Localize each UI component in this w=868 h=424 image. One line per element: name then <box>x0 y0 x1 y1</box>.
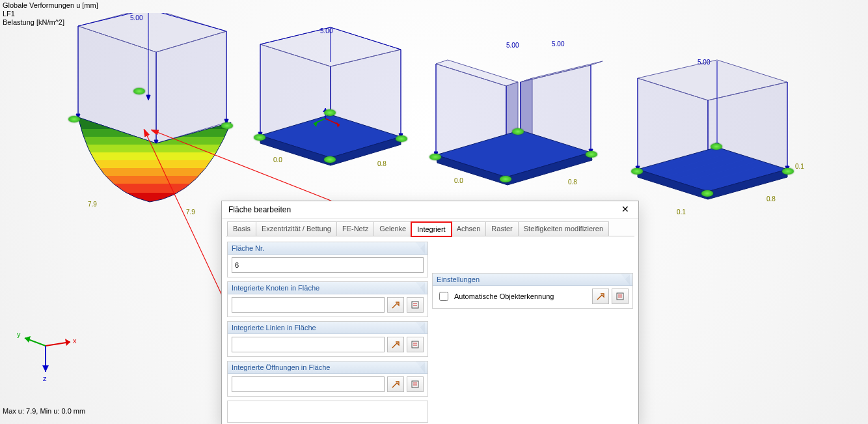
auto-detect-label: Automatische Objekterkennung <box>454 292 554 300</box>
tab-integriert[interactable]: Integriert <box>411 222 451 236</box>
svg-rect-98 <box>412 381 418 388</box>
deflection-label: 0.8 <box>377 160 387 167</box>
int-linien-input[interactable] <box>232 337 385 352</box>
dialog-titlebar[interactable]: Fläche bearbeiten ✕ <box>222 201 638 219</box>
support-icon <box>512 128 524 135</box>
deflection-label: 0.1 <box>677 208 686 216</box>
support-icon <box>254 134 265 141</box>
deflection-label: 0.0 <box>273 156 282 163</box>
svg-rect-19 <box>72 168 241 177</box>
int-oeffnungen-input[interactable] <box>232 376 385 392</box>
group-integrierte-knoten: Integrierte Knoten in Fläche <box>227 281 428 317</box>
support-icon <box>133 88 145 94</box>
edit-surface-dialog[interactable]: Fläche bearbeiten ✕ Basis Exzentrizität … <box>221 201 639 424</box>
close-button[interactable]: ✕ <box>616 203 634 216</box>
group-title: Fläche Nr. <box>232 244 264 252</box>
svg-rect-14 <box>72 129 241 138</box>
flaeche-nr-input[interactable] <box>232 257 424 273</box>
info-line-1: Globale Verformungen u [mm] <box>3 1 98 10</box>
tab-achsen[interactable]: Achsen <box>451 221 487 236</box>
pick-icon[interactable] <box>387 376 404 392</box>
support-icon <box>429 154 441 160</box>
svg-text:z: z <box>43 375 47 382</box>
svg-rect-16 <box>72 145 241 154</box>
select-list-icon[interactable] <box>407 376 424 392</box>
svg-rect-15 <box>72 137 241 146</box>
support-icon <box>711 143 722 150</box>
group-integrierte-oeffnungen: Integrierte Öffnungen in Fläche <box>227 361 428 397</box>
auto-detect-checkbox[interactable] <box>439 292 448 301</box>
deflection-label: 7.9 <box>186 208 195 216</box>
dialog-tabs: Basis Exzentrizität / Bettung FE-Netz Ge… <box>222 219 638 236</box>
support-icon <box>396 135 407 142</box>
dialog-body: Fläche Nr. Integrierte Knoten in Fläche … <box>222 236 638 424</box>
svg-text:x: x <box>73 337 77 345</box>
model-3-geometry <box>423 40 618 210</box>
global-axes-gizmo: x y z <box>13 320 78 385</box>
auto-detect-row[interactable]: Automatische Objekterkennung <box>437 290 554 303</box>
support-icon <box>782 168 794 175</box>
group-title: Integrierte Linien in Fläche <box>232 324 316 332</box>
support-icon <box>324 109 336 116</box>
svg-rect-95 <box>412 341 418 348</box>
support-icon <box>586 151 597 158</box>
pick-icon[interactable] <box>387 297 404 313</box>
pick-icon[interactable] <box>592 289 609 304</box>
tab-fe-netz[interactable]: FE-Netz <box>336 221 374 236</box>
support-icon <box>631 168 643 175</box>
model-2[interactable]: 5.00 <box>247 26 416 195</box>
group-title: Einstellungen <box>437 276 480 283</box>
group-einstellungen: Einstellungen Automatische Objekterkennu… <box>432 273 633 309</box>
deflection-label: 0.0 <box>454 177 463 184</box>
svg-rect-101 <box>617 293 623 300</box>
deflection-label: 7.9 <box>88 201 97 208</box>
model-4-geometry <box>625 59 820 228</box>
int-knoten-input[interactable] <box>232 297 385 313</box>
deflection-label: 0.8 <box>568 178 577 186</box>
status-line: Max u: 7.9, Min u: 0.0 mm <box>3 407 85 415</box>
deflection-label: 0.1 <box>795 163 804 170</box>
tab-gelenke[interactable]: Gelenke <box>373 221 412 236</box>
svg-marker-82 <box>65 339 70 346</box>
svg-rect-92 <box>412 302 418 308</box>
group-empty <box>227 401 428 423</box>
group-integrierte-linien: Integrierte Linien in Fläche <box>227 321 428 357</box>
dialog-title: Fläche bearbeiten <box>228 205 291 214</box>
tab-steifigkeiten-modifizieren[interactable]: Steifigkeiten modifizieren <box>518 221 609 236</box>
pick-icon[interactable] <box>387 337 404 352</box>
support-icon <box>221 122 233 129</box>
group-title: Integrierte Öffnungen in Fläche <box>232 363 330 371</box>
model-1[interactable]: 5.00 <box>59 13 241 208</box>
model-4[interactable]: 5.00 <box>625 59 820 228</box>
tab-basis[interactable]: Basis <box>227 221 256 236</box>
svg-rect-21 <box>72 184 241 194</box>
support-icon <box>500 176 511 182</box>
support-icon <box>324 156 336 163</box>
svg-text:y: y <box>17 330 21 338</box>
deformation-contour <box>72 117 202 195</box>
group-title: Integrierte Knoten in Fläche <box>232 284 319 292</box>
select-list-icon[interactable] <box>612 289 629 304</box>
tab-exzentrizitaet-bettung[interactable]: Exzentrizität / Bettung <box>256 221 337 236</box>
select-list-icon[interactable] <box>407 337 424 352</box>
tab-raster[interactable]: Raster <box>485 221 518 236</box>
svg-marker-88 <box>42 365 49 372</box>
support-icon <box>701 190 713 197</box>
support-icon <box>68 116 80 122</box>
svg-rect-20 <box>72 176 241 185</box>
model-3[interactable]: 5.00 5.00 0.0 0.8 <box>423 40 618 210</box>
select-list-icon[interactable] <box>407 297 424 313</box>
deflection-label: 0.8 <box>766 195 776 203</box>
group-flaeche-nr: Fläche Nr. <box>227 242 428 277</box>
